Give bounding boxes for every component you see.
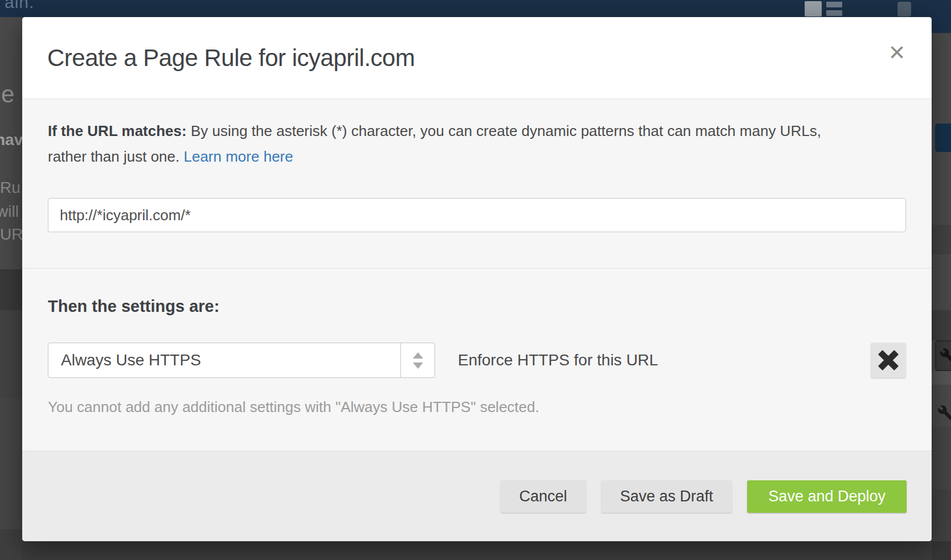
navbar-partial-icon	[897, 2, 911, 17]
background-band	[932, 310, 951, 340]
background-text-fragment: e	[1, 81, 14, 108]
close-icon[interactable]: ×	[889, 39, 905, 66]
background-band	[0, 310, 22, 398]
page: ain. e nav Ru will UR Create a Page Ru	[0, 0, 951, 560]
background-navbar-edge	[932, 17, 951, 33]
background-band	[932, 489, 951, 541]
background-text-fragment: UR	[0, 225, 22, 244]
select-stepper[interactable]	[400, 343, 434, 377]
setting-select-value: Always Use HTTPS	[48, 343, 400, 377]
background-text-fragment: will	[0, 203, 19, 221]
wrench-icon	[935, 340, 951, 371]
save-as-draft-button[interactable]: Save as Draft	[601, 480, 732, 513]
url-match-section: If the URL matches: By using the asteris…	[22, 98, 932, 268]
background-text-fragment: ain.	[5, 0, 34, 12]
create-page-rule-modal: Create a Page Rule for icyapril.com × If…	[22, 17, 932, 541]
modal-title: Create a Page Rule for icyapril.com	[47, 44, 415, 72]
remove-setting-icon	[879, 351, 898, 370]
url-match-text: If the URL matches: By using the asteris…	[48, 118, 828, 170]
save-and-deploy-button[interactable]: Save and Deploy	[747, 480, 907, 513]
background-partial-button	[935, 123, 951, 152]
background-band	[0, 529, 22, 560]
wrench-icon	[937, 398, 951, 427]
background-band	[932, 541, 951, 560]
setting-row: Always Use HTTPS Enforce HTTPS for this …	[48, 343, 906, 378]
background-bottom-overlay	[22, 541, 932, 560]
setting-description: Enforce HTTPS for this URL	[458, 351, 871, 369]
background-left-overlay: e nav Ru will UR	[0, 17, 22, 560]
background-right-overlay	[932, 33, 951, 560]
setting-note: You cannot add any additional settings w…	[48, 398, 906, 416]
cancel-button[interactable]: Cancel	[501, 480, 586, 513]
background-band	[932, 371, 951, 385]
learn-more-link[interactable]: Learn more here	[183, 148, 293, 165]
layout-grid-icon	[805, 1, 847, 17]
settings-section: Then the settings are: Always Use HTTPS …	[22, 268, 932, 451]
settings-heading: Then the settings are:	[48, 297, 906, 316]
background-text-fragment: nav	[0, 131, 22, 149]
background-top-navbar: ain.	[0, 0, 951, 17]
remove-setting-button[interactable]	[871, 343, 906, 378]
modal-footer: Cancel Save as Draft Save and Deploy	[22, 451, 932, 541]
url-pattern-input[interactable]	[48, 198, 906, 232]
background-band	[932, 225, 951, 254]
background-table-band	[0, 269, 22, 310]
url-match-label: If the URL matches:	[48, 122, 187, 139]
background-band	[0, 398, 22, 529]
stepper-down-icon	[413, 363, 423, 369]
background-text-fragment: Ru	[0, 179, 21, 197]
modal-header: Create a Page Rule for icyapril.com ×	[22, 17, 932, 98]
stepper-up-icon	[413, 352, 423, 359]
setting-select[interactable]: Always Use HTTPS	[48, 343, 435, 378]
background-band	[932, 427, 951, 489]
